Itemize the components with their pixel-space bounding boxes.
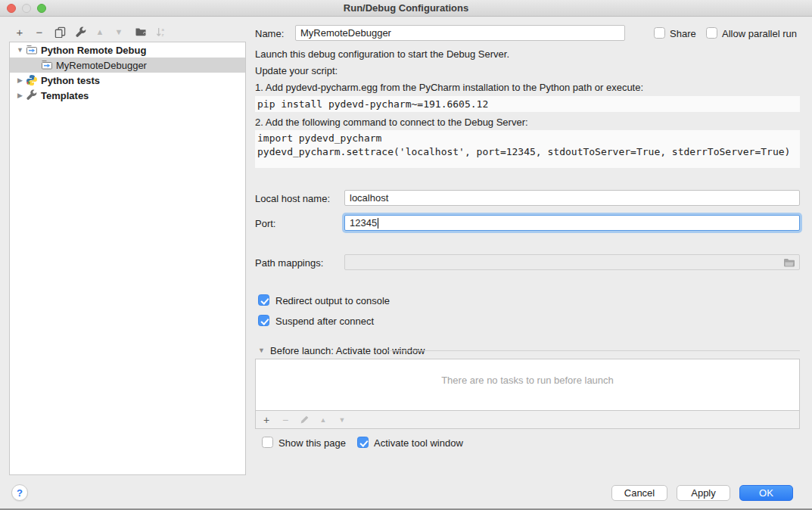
path-mappings-label: Path mappings: [255,257,323,269]
empty-task-list-text: There are no tasks to run before launch [256,375,799,386]
svg-text:a: a [161,26,164,32]
name-input[interactable]: MyRemoteDebugger [295,25,625,41]
activate-tool-window-label[interactable]: Activate tool window [374,437,463,449]
local-host-name-label: Local host name: [255,193,330,204]
chevron-right-icon[interactable]: ▶ [16,92,24,99]
move-task-up-icon: ▲ [317,414,329,426]
tree-item-python-remote-debug[interactable]: ▼ Python Remote Debug [10,42,245,58]
share-checkbox[interactable] [654,27,665,39]
copy-configuration-icon[interactable] [52,24,67,39]
svg-text:z: z [161,32,163,37]
window-title: Run/Debug Configurations [0,2,812,14]
sort-alphabetically-icon: a z [153,24,168,39]
path-mappings-input[interactable] [344,254,800,270]
configuration-tree: ▼ Python Remote Debug MyRe [9,42,246,475]
wrench-icon [26,89,38,101]
instruction-step2: 2. Add the following command to connect … [255,117,528,128]
activate-tool-window-checkbox[interactable] [357,437,369,448]
name-label: Name: [255,28,284,39]
edit-task-icon [298,414,310,426]
port-label: Port: [255,218,275,229]
name-value: MyRemoteDebugger [300,27,391,39]
help-button[interactable]: ? [11,484,28,501]
collapse-section-icon[interactable]: ▼ [258,347,265,354]
add-task-icon[interactable]: + [260,414,272,426]
move-down-icon: ▼ [111,24,126,39]
suspend-after-connect-label[interactable]: Suspend after connect [275,316,374,327]
remove-configuration-icon[interactable]: − [32,24,47,39]
remove-task-icon: − [279,414,291,426]
show-this-page-checkbox[interactable] [262,437,273,448]
before-launch-task-list[interactable]: There are no tasks to run before launch [255,359,800,411]
settrace-code-block: import pydevd_pycharm pydevd_pycharm.set… [255,130,800,168]
redirect-output-label[interactable]: Redirect output to console [275,295,390,306]
browse-folder-icon[interactable] [783,257,795,271]
cancel-button[interactable]: Cancel [611,485,667,501]
tree-item-label: MyRemoteDebugger [56,60,147,71]
chevron-right-icon[interactable]: ▶ [16,76,24,84]
add-configuration-icon[interactable]: + [12,24,27,39]
redirect-output-checkbox[interactable] [258,294,269,306]
tree-item-templates[interactable]: ▶ Templates [10,88,245,103]
ok-button[interactable]: OK [739,485,793,501]
task-list-toolbar: + − ▲ ▼ [255,411,800,429]
tree-item-label: Python tests [41,75,100,86]
instruction-update: Update your script: [255,65,338,76]
title-bar: Run/Debug Configurations [0,0,812,17]
allow-parallel-run-checkbox[interactable] [706,27,717,39]
tree-item-label: Python Remote Debug [41,45,146,56]
tree-item-label: Templates [41,90,89,101]
share-label[interactable]: Share [670,28,696,39]
port-input[interactable]: 12345 [344,215,800,231]
run-debug-configurations-dialog: Run/Debug Configurations + − ▲ ▼ a z ▼ [0,0,812,510]
local-host-name-value: localhost [350,192,388,204]
instruction-intro: Launch this debug configuration to start… [255,48,509,60]
instruction-step1: 1. Add pydevd-pycharm.egg from the PyCha… [255,82,643,93]
edit-templates-icon[interactable] [73,24,88,39]
python-tests-icon [26,74,38,86]
port-value: 12345 [350,217,377,229]
code-line-1: import pydevd_pycharm [257,132,381,144]
remote-debug-icon [26,44,38,56]
local-host-name-input[interactable]: localhost [344,190,800,206]
new-folder-icon[interactable] [133,24,148,39]
move-task-down-icon: ▼ [336,414,348,426]
code-line-2: pydevd_pycharm.settrace('localhost', por… [257,146,790,157]
show-this-page-label[interactable]: Show this page [278,437,346,449]
pip-command-code: pip install pydevd-pycharm~=191.6605.12 [255,96,800,112]
suspend-after-connect-checkbox[interactable] [258,315,269,326]
move-up-icon: ▲ [92,24,107,39]
text-cursor [378,218,378,229]
apply-button[interactable]: Apply [677,485,730,501]
chevron-down-icon[interactable]: ▼ [16,46,24,54]
section-divider [387,350,800,351]
remote-debug-icon [41,59,53,71]
tree-item-python-tests[interactable]: ▶ Python tests [10,73,245,88]
allow-parallel-run-label[interactable]: Allow parallel run [722,28,797,39]
tree-item-my-remote-debugger[interactable]: MyRemoteDebugger [10,58,245,73]
